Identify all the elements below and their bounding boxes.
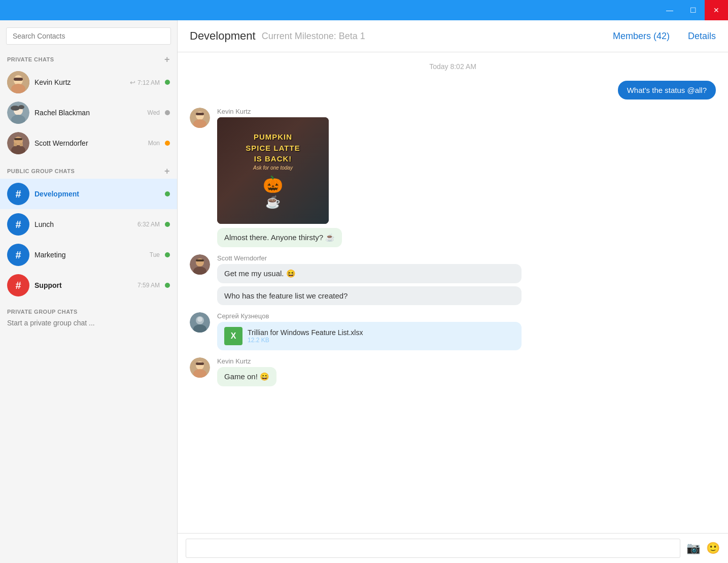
chat-area: Development Current Milestone: Beta 1 Me… [178, 20, 728, 563]
status-dot-marketing [165, 252, 170, 257]
svg-point-8 [11, 106, 20, 111]
titlebar: — ☐ ✕ [0, 0, 728, 20]
msg-avatar-scott-svg [190, 254, 210, 275]
status-dot-rachel [165, 110, 170, 115]
msg-avatar-sergei-svg [190, 312, 210, 333]
contact-item-rachel[interactable]: Rachel Blackman Wed [0, 97, 177, 128]
contact-time-rachel: Wed [148, 109, 160, 116]
public-group-chats-section-header: PUBLIC GROUP CHATS + [0, 163, 177, 179]
group-info-support: Support [34, 281, 132, 289]
search-input[interactable] [6, 27, 171, 45]
sidebar-content: PRIVATE CHATS + Kevin Kurtz [0, 52, 177, 563]
kevin-gameon-bubble: Game on! 😄 [217, 367, 276, 386]
status-dot-development [165, 191, 170, 196]
contact-item-kevin[interactable]: Kevin Kurtz ↩ 7:12 AM [0, 67, 177, 97]
add-private-chat-button[interactable]: + [164, 55, 170, 64]
file-icon: X [224, 327, 242, 345]
message-avatar-scott [190, 254, 210, 275]
sergei-sender-label: Сергей Кузнецов [217, 312, 716, 320]
group-name-marketing: Marketing [34, 251, 145, 259]
start-private-group-link[interactable]: Start a private group chat ... [7, 319, 170, 327]
pumpkin-text-1: PUMPKIN [254, 132, 292, 142]
minimize-button[interactable]: — [658, 0, 681, 20]
message-avatar-kevin-2 [190, 357, 210, 378]
group-info-development: Development [34, 190, 160, 198]
avatar-kevin-svg [7, 71, 29, 93]
maximize-button[interactable]: ☐ [681, 0, 705, 20]
message-group-scott: Scott Werndorfer Get me my usual. 😆 Who … [190, 254, 716, 305]
kevin-sender-label: Kevin Kurtz [217, 108, 716, 115]
kevin-gameon-sender-label: Kevin Kurtz [217, 357, 716, 365]
private-chats-section-header: PRIVATE CHATS + [0, 52, 177, 67]
message-group-kevin-image: Kevin Kurtz PUMPKIN SPICE LATTE IS BACK!… [190, 108, 716, 247]
excel-icon: X [231, 332, 236, 341]
file-info: Trillian for Windows Feature List.xlsx 1… [248, 328, 363, 344]
group-avatar-support: # [7, 274, 29, 296]
svg-rect-19 [196, 113, 204, 115]
chat-input[interactable] [186, 539, 680, 558]
date-divider: Today 8:02 AM [190, 62, 716, 71]
contact-name-scott: Scott Werndorfer [34, 139, 143, 147]
scott-message-content: Scott Werndorfer Get me my usual. 😆 Who … [217, 254, 716, 305]
group-name-support: Support [34, 281, 132, 289]
svg-rect-4 [14, 78, 23, 81]
message-avatar-kevin-1 [190, 108, 210, 128]
pumpkin-text-2: SPICE LATTE [246, 143, 300, 153]
add-group-chat-button[interactable]: + [164, 167, 170, 176]
private-group-section: PRIVATE GROUP CHATS Start a private grou… [0, 301, 177, 331]
file-name: Trillian for Windows Feature List.xlsx [248, 328, 363, 337]
contact-info-rachel: Rachel Blackman [34, 109, 143, 117]
close-button[interactable]: ✕ [705, 0, 728, 20]
contact-time-scott: Mon [148, 140, 160, 147]
emoji-icon[interactable]: 🙂 [706, 542, 720, 555]
group-chat-item-marketing[interactable]: # Marketing Tue [0, 240, 177, 270]
avatar-scott [7, 132, 29, 154]
scott-bubbles-stack: Get me my usual. 😆 Who has the feature l… [217, 264, 716, 305]
status-dot-kevin [165, 80, 170, 85]
camera-icon[interactable]: 📷 [686, 542, 700, 555]
chat-messages: Today 8:02 AM What's the status @all? [178, 52, 728, 533]
file-bubble[interactable]: X Trillian for Windows Feature List.xlsx… [217, 322, 522, 350]
group-info-marketing: Marketing [34, 251, 145, 259]
contact-name-kevin: Kevin Kurtz [34, 78, 125, 86]
pumpkin-image: PUMPKIN SPICE LATTE IS BACK! Ask for one… [217, 117, 329, 224]
pumpkin-text-3: IS BACK! [254, 154, 292, 164]
group-chat-item-support[interactable]: # Support 7:59 AM [0, 270, 177, 301]
members-link[interactable]: Members (42) [613, 31, 670, 42]
contact-item-scott[interactable]: Scott Werndorfer Mon [0, 128, 177, 158]
sidebar: PRIVATE CHATS + Kevin Kurtz [0, 20, 178, 563]
pumpkin-emoji: 🎃 [263, 175, 283, 194]
file-size: 12.2 KB [248, 337, 363, 344]
details-link[interactable]: Details [688, 31, 716, 42]
contact-info-kevin: Kevin Kurtz [34, 78, 125, 86]
message-avatar-sergei [190, 312, 210, 333]
group-name-lunch: Lunch [34, 220, 132, 228]
group-avatar-development: # [7, 183, 29, 205]
kevin-caption-bubble: Almost there. Anyone thirsty? ☕ [217, 228, 342, 247]
chat-header: Development Current Milestone: Beta 1 Me… [178, 20, 728, 52]
message-group-sergei: Сергей Кузнецов X Trillian for Windows F… [190, 312, 716, 350]
group-avatar-marketing: # [7, 244, 29, 266]
group-time-support: 7:59 AM [137, 282, 160, 289]
msg-avatar-kevin-2-svg [190, 357, 210, 378]
group-chat-item-lunch[interactable]: # Lunch 6:32 AM [0, 209, 177, 240]
group-avatar-lunch: # [7, 213, 29, 236]
scott-bubble-1: Get me my usual. 😆 [217, 264, 522, 283]
group-info-lunch: Lunch [34, 220, 132, 228]
group-time-lunch: 6:32 AM [137, 221, 160, 228]
msg-avatar-kevin-1-svg [190, 108, 210, 128]
app-body: PRIVATE CHATS + Kevin Kurtz [0, 20, 728, 563]
status-dot-scott [165, 141, 170, 146]
scott-bubble-2: Who has the feature list we created? [217, 286, 522, 305]
sergei-message-content: Сергей Кузнецов X Trillian for Windows F… [217, 312, 716, 350]
svg-point-27 [197, 317, 202, 322]
status-dot-lunch [165, 222, 170, 227]
group-chat-item-development[interactable]: # Development [0, 179, 177, 209]
pumpkin-image-inner: PUMPKIN SPICE LATTE IS BACK! Ask for one… [217, 117, 329, 224]
private-chats-label: PRIVATE CHATS [7, 56, 54, 62]
svg-rect-31 [196, 362, 204, 365]
avatar-rachel [7, 102, 29, 124]
svg-rect-13 [14, 138, 22, 140]
svg-rect-14 [14, 143, 17, 146]
svg-rect-15 [20, 143, 23, 146]
